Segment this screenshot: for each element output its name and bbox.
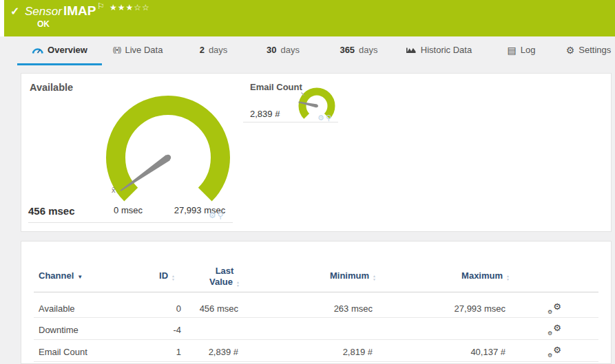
sensor-status-header: ✓ Sensor IMAP ⚐ ★★★☆☆ OK (4, 0, 615, 36)
gauge-settings-icon[interactable]: ⚙ (209, 211, 218, 220)
sort-icon: ▲▼ (236, 281, 240, 287)
tab-30-days[interactable]: 30 days (264, 36, 302, 63)
cell-maximum: 40,137 # (428, 347, 505, 357)
sensor-type-label: Sensor (25, 5, 62, 19)
cell-channel: Email Count (39, 347, 87, 357)
cell-minimum: 263 msec (297, 303, 373, 314)
status-badge: OK (37, 19, 50, 29)
gauge-average-symbol: x̄ (112, 186, 116, 194)
gauge-pin-icon[interactable]: ⚲ (326, 114, 333, 122)
gauge-scale-min-label: 0 msec (104, 205, 152, 215)
cell-last-value: 456 msec (187, 303, 238, 314)
cell-channel: Available (39, 303, 75, 314)
priority-flag-icon[interactable]: ⚐ (97, 1, 105, 11)
tab-2-days[interactable]: 2 days (196, 36, 231, 63)
priority-stars[interactable]: ★★★☆☆ (110, 3, 150, 12)
cell-id: 0 (125, 303, 181, 314)
gauges-panel: Available x̄ 0 msec 27,993 msec 456 msec… (21, 73, 612, 232)
channel-settings-icon[interactable]: ⚙⚙ (548, 303, 561, 314)
tab-log[interactable]: ▤ Log (501, 36, 542, 63)
area-chart-icon (406, 46, 417, 54)
gauge-block-divider (243, 122, 338, 122)
cell-minimum: 2,819 # (297, 347, 373, 357)
tab-365-days[interactable]: 365 days (331, 36, 386, 63)
gauge-available-value: 456 msec (28, 205, 75, 217)
cell-last-value: 2,839 # (187, 347, 238, 357)
column-header-last-value[interactable]: Last Value▲▼ (197, 266, 252, 288)
gauge-hover-actions[interactable]: ⚙⚲ (209, 211, 225, 220)
gauge-available-title: Available (30, 82, 73, 93)
sort-icon: ▲▼ (506, 275, 510, 281)
tab-live-data[interactable]: ((•)) Live Data (103, 36, 172, 63)
tab-overview-label: Overview (48, 45, 87, 55)
channel-settings-icon[interactable]: ⚙⚙ (548, 347, 561, 358)
sort-caret-icon: ▼ (77, 274, 83, 280)
table-row[interactable]: Available 0 456 msec 263 msec 27,993 mse… (34, 292, 598, 318)
tab-live-data-label: Live Data (125, 45, 163, 55)
log-list-icon: ▤ (508, 45, 517, 55)
status-check-icon: ✓ (10, 5, 19, 18)
tab-log-label: Log (521, 45, 536, 55)
active-tab-underline (17, 63, 102, 65)
cell-id: -4 (125, 325, 181, 335)
sort-icon: ▲▼ (171, 275, 175, 281)
channels-table-panel: Channel▼ ID▲▼ Last Value▲▼ Minimum▲▼ Max… (21, 241, 612, 364)
tab-historic-data[interactable]: Historic Data (399, 36, 479, 63)
table-row[interactable]: Downtime -4 ⚙⚙ (34, 318, 598, 340)
gauge-email-value: 2,839 # (250, 109, 280, 119)
settings-gear-icon: ⚙ (566, 45, 575, 55)
tab-historic-data-label: Historic Data (421, 45, 472, 55)
live-data-icon: ((•)) (113, 46, 121, 54)
gauge-icon (32, 46, 43, 54)
cell-channel: Downtime (39, 325, 79, 335)
sort-icon: ▲▼ (373, 275, 376, 281)
column-header-minimum[interactable]: Minimum▲▼ (297, 270, 376, 281)
cell-id: 1 (125, 347, 181, 357)
tab-settings-label: Settings (578, 45, 611, 55)
sensor-name: IMAP (63, 3, 96, 19)
channel-settings-icon[interactable]: ⚙⚙ (548, 325, 561, 336)
tab-overview[interactable]: Overview (17, 36, 102, 63)
column-header-maximum[interactable]: Maximum▲▼ (428, 270, 510, 281)
gauge-pin-icon[interactable]: ⚲ (218, 211, 225, 220)
column-header-channel[interactable]: Channel▼ (39, 270, 83, 281)
gauge-available-dial (103, 94, 233, 218)
gauge-settings-icon[interactable]: ⚙ (317, 114, 326, 122)
cell-maximum: 27,993 msec (428, 303, 505, 314)
table-row[interactable]: Email Count 1 2,839 # 2,819 # 40,137 # ⚙… (34, 340, 598, 362)
gauge-block-divider (28, 222, 233, 223)
tab-settings[interactable]: ⚙ Settings (562, 36, 615, 63)
column-header-id[interactable]: ID▲▼ (125, 270, 175, 281)
